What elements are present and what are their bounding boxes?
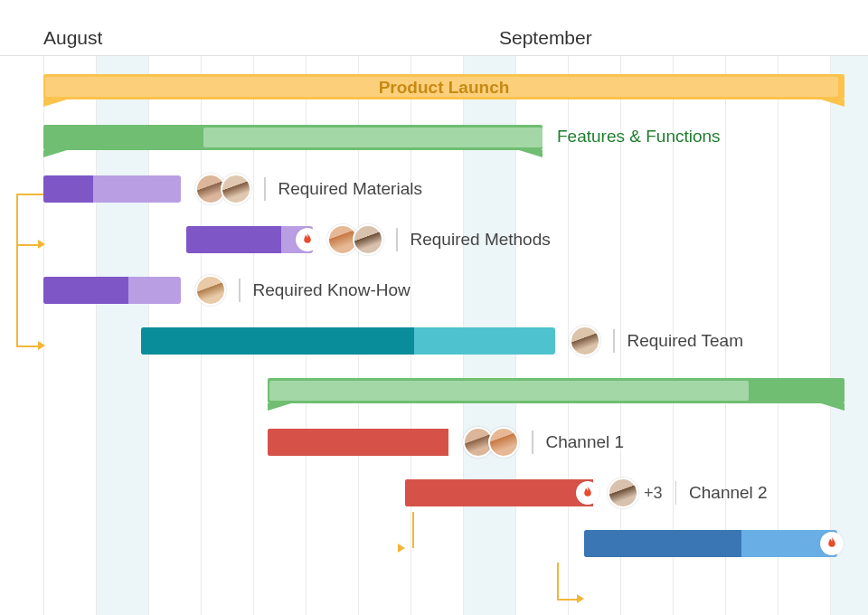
required-know-how-progress bbox=[43, 277, 128, 304]
row-channel-2: +3Channel 2 bbox=[0, 476, 868, 519]
channel-1-label: Channel 1 bbox=[546, 432, 625, 452]
features-functions-label: Features & Functions bbox=[557, 127, 721, 147]
required-know-how-bar[interactable] bbox=[43, 277, 181, 304]
channel-3-bar[interactable] bbox=[584, 530, 837, 557]
separator bbox=[396, 228, 398, 251]
avatar[interactable] bbox=[195, 275, 226, 306]
separator bbox=[239, 279, 241, 302]
avatar[interactable] bbox=[570, 326, 600, 356]
row-channel-1: Channel 1 bbox=[0, 425, 868, 468]
avatar[interactable] bbox=[608, 478, 638, 508]
required-methods-bar[interactable] bbox=[186, 226, 313, 253]
fire-icon bbox=[820, 532, 844, 555]
features-functions-group-bar[interactable] bbox=[43, 125, 542, 150]
avatar[interactable] bbox=[353, 224, 383, 255]
row-channel-3 bbox=[0, 526, 868, 570]
required-know-how-label: Required Know-How bbox=[253, 280, 410, 300]
channels-group-group-bar[interactable] bbox=[268, 378, 844, 403]
channel-2-meta: +3Channel 2 bbox=[608, 478, 768, 508]
required-team-avatars bbox=[570, 326, 600, 356]
required-team-bar[interactable] bbox=[141, 327, 555, 355]
required-materials-avatars bbox=[195, 174, 251, 204]
required-team-label: Required Team bbox=[627, 331, 744, 351]
required-know-how-meta: Required Know-How bbox=[195, 275, 410, 306]
row-features-functions: Features & Functions bbox=[0, 121, 868, 165]
row-product-launch: Product Launch bbox=[0, 71, 868, 114]
required-team-progress bbox=[141, 327, 414, 355]
separator bbox=[264, 177, 266, 201]
channel-2-avatars bbox=[608, 478, 638, 508]
row-required-materials: Required Materials bbox=[0, 172, 868, 215]
channel-1-avatars bbox=[463, 427, 519, 458]
separator bbox=[675, 481, 677, 505]
required-materials-bar[interactable] bbox=[43, 175, 181, 203]
required-methods-progress bbox=[186, 226, 281, 253]
channel-1-progress bbox=[268, 429, 448, 456]
avatar[interactable] bbox=[488, 427, 519, 458]
required-team-meta: Required Team bbox=[570, 326, 743, 356]
row-required-team: Required Team bbox=[0, 324, 868, 367]
required-materials-meta: Required Materials bbox=[195, 174, 422, 204]
required-methods-label: Required Methods bbox=[410, 230, 551, 250]
product-launch-group-bar[interactable]: Product Launch bbox=[43, 74, 844, 99]
channel-2-bar[interactable] bbox=[405, 479, 593, 506]
month-august: August bbox=[43, 27, 102, 49]
avatar-overflow[interactable]: +3 bbox=[644, 484, 663, 503]
required-materials-label: Required Materials bbox=[278, 179, 422, 199]
month-september: September bbox=[499, 27, 592, 49]
row-channels-group bbox=[0, 374, 868, 418]
row-required-know-how: Required Know-How bbox=[0, 273, 868, 317]
avatar[interactable] bbox=[221, 174, 251, 204]
channel-1-bar[interactable] bbox=[268, 429, 448, 456]
required-materials-progress bbox=[43, 175, 93, 203]
channel-1-meta: Channel 1 bbox=[463, 427, 624, 458]
required-methods-meta: Required Methods bbox=[327, 224, 551, 255]
separator bbox=[613, 329, 615, 353]
product-launch-label: Product Launch bbox=[43, 78, 844, 98]
required-methods-avatars bbox=[327, 224, 383, 255]
fire-icon bbox=[576, 481, 599, 505]
fire-icon bbox=[296, 228, 319, 251]
timeline-header: August September bbox=[0, 0, 868, 56]
channel-2-label: Channel 2 bbox=[689, 483, 768, 503]
separator bbox=[532, 430, 533, 454]
required-know-how-avatars bbox=[195, 275, 226, 306]
channel-3-progress bbox=[584, 530, 741, 557]
row-required-methods: Required Methods bbox=[0, 222, 868, 266]
channel-2-progress bbox=[405, 479, 593, 506]
